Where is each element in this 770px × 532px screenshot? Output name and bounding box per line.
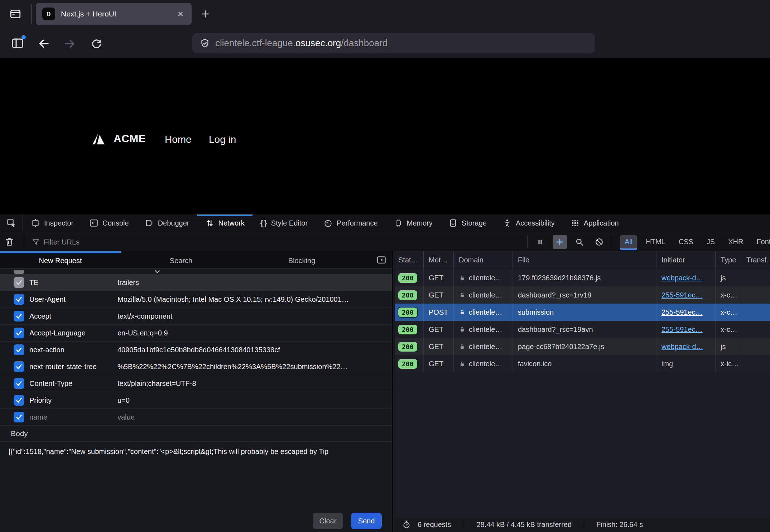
column-method[interactable]: Met… (424, 251, 454, 269)
header-checkbox[interactable] (14, 277, 24, 288)
status-badge: 200 (398, 325, 417, 334)
new-request-icon[interactable] (553, 235, 567, 249)
domain-cell: clientele… (454, 269, 513, 286)
collapse-panel-icon[interactable] (376, 255, 387, 265)
devtools-tab-storage[interactable]: Storage (441, 214, 495, 232)
nav-link-home[interactable]: Home (165, 134, 192, 145)
firefox-view-icon[interactable] (8, 6, 23, 21)
devtools-tab-accessibility[interactable]: Accessibility (495, 214, 563, 232)
header-name: Priority (29, 396, 117, 405)
send-button[interactable]: Send (351, 513, 382, 529)
request-body-input[interactable]: [{"id":1518,"name":"New submission","con… (9, 448, 388, 456)
devtools-toolbar: Inspector Console Debugger Network { }St… (0, 214, 770, 232)
back-button[interactable] (37, 37, 50, 50)
devtools-tab-memory[interactable]: Memory (386, 214, 441, 232)
header-row[interactable]: next-action 40905da1bf9c1e50b8bdb8d04664… (0, 342, 392, 358)
console-icon (89, 218, 98, 228)
initiator-link[interactable]: webpack-d… (661, 274, 703, 282)
initiator-link[interactable]: 255-591ec… (661, 308, 703, 316)
header-row[interactable]: Accept text/x-component (0, 308, 392, 325)
initiator-link[interactable]: 255-591ec… (661, 291, 703, 299)
type-filter-all[interactable]: All (620, 235, 637, 248)
type-filter-xhr[interactable]: XHR (724, 235, 747, 248)
panel-tab-new-request[interactable]: New Request (0, 251, 121, 268)
tab-close-icon[interactable] (176, 9, 185, 19)
header-row[interactable]: Accept-Language en-US,en;q=0.9 (0, 325, 392, 342)
file-cell: dashboard?_rsc=1rv18 (513, 286, 656, 304)
initiator-link[interactable]: webpack-d… (661, 343, 703, 351)
type-filter-js[interactable]: JS (702, 235, 719, 248)
header-checkbox[interactable] (14, 395, 24, 406)
column-transferred[interactable]: Transf… (741, 251, 770, 269)
type-filter-html[interactable]: HTML (641, 235, 669, 248)
lock-icon (459, 326, 466, 333)
column-initiator[interactable]: Initiator (656, 251, 716, 269)
header-checkbox[interactable] (14, 361, 24, 372)
devtools-tab-console[interactable]: Console (81, 214, 136, 232)
header-checkbox[interactable] (14, 328, 24, 338)
network-request-row[interactable]: 200 GET clientele… 179.f023639d21b98376.… (395, 269, 770, 286)
site-brand[interactable]: ACME (91, 131, 146, 146)
block-requests-icon[interactable] (592, 235, 606, 249)
shield-icon[interactable] (199, 38, 210, 49)
devtools-tab-application[interactable]: Application (563, 214, 627, 232)
filter-urls-input[interactable] (44, 236, 194, 248)
network-request-row[interactable]: 200 GET clientele… favicon.ico img x-ic… (395, 355, 770, 372)
devtools-tab-inspector[interactable]: Inspector (23, 214, 81, 232)
clear-button[interactable]: Clear (313, 513, 343, 529)
search-requests-icon[interactable] (572, 235, 587, 249)
url-bar[interactable]: clientele.ctf-league.osusec.org/dashboar… (192, 33, 595, 53)
network-request-row[interactable]: 200 GET clientele… page-cc687bf240122a7e… (395, 338, 770, 355)
initiator-cell: img (661, 360, 673, 368)
header-row[interactable]: next-router-state-tree %5B%22%22%2C%7B%2… (0, 358, 392, 375)
new-tab-button[interactable] (200, 9, 211, 19)
initiator-link[interactable]: 255-591ec… (661, 325, 703, 334)
column-file[interactable]: File (513, 251, 656, 269)
browser-tab[interactable]: Next.js + HeroUI (36, 3, 192, 25)
column-status[interactable]: Stat… (395, 251, 424, 269)
header-checkbox[interactable] (14, 294, 24, 305)
url-text: clientele.ctf-league.osusec.org/dashboar… (215, 38, 388, 49)
browser-nav-toolbar: clientele.ctf-league.osusec.org/dashboar… (0, 28, 770, 58)
header-name-placeholder[interactable]: name (29, 413, 117, 421)
type-filter-fonts[interactable]: Fonts (752, 235, 770, 248)
forward-button[interactable] (63, 37, 76, 50)
header-name: TE (29, 279, 117, 287)
nav-link-login[interactable]: Log in (209, 134, 236, 145)
header-value: Mozilla/5.0 (Macintosh; Intel Mac OS X 1… (117, 295, 392, 304)
column-domain[interactable]: Domain (454, 251, 513, 269)
devtools-tab-style-editor[interactable]: { }Style Editor (252, 214, 316, 232)
pick-element-button[interactable] (0, 214, 23, 232)
devtools-tab-network[interactable]: Network (197, 214, 252, 232)
header-checkbox[interactable] (14, 378, 24, 389)
domain-cell: clientele… (454, 338, 513, 355)
clear-requests-icon[interactable] (4, 237, 14, 247)
header-checkbox[interactable] (14, 311, 24, 321)
method-cell: GET (424, 286, 454, 304)
header-row[interactable]: Content-Type text/plain;charset=UTF-8 (0, 375, 392, 392)
network-request-row[interactable]: 200 GET clientele… dashboard?_rsc=1rv18 … (395, 286, 770, 304)
network-table-header: Stat… Met… Domain File Initiator Type Tr… (395, 251, 770, 269)
panel-tab-search[interactable]: Search (121, 251, 241, 268)
pause-traffic-icon[interactable] (533, 235, 547, 249)
header-row[interactable]: User-Agent Mozilla/5.0 (Macintosh; Intel… (0, 291, 392, 308)
type-filter-css[interactable]: CSS (674, 235, 698, 248)
header-checkbox[interactable] (14, 412, 24, 422)
reload-button[interactable] (90, 38, 102, 50)
header-value-placeholder[interactable]: value (117, 413, 392, 421)
header-row-placeholder[interactable]: name value (0, 409, 392, 426)
header-row[interactable]: Priority u=0 (0, 392, 392, 409)
partial-checkbox (14, 270, 24, 274)
request-headers-list: TE trailers User-Agent Mozilla/5.0 (Maci… (0, 274, 392, 426)
header-checkbox[interactable] (14, 344, 24, 355)
devtools-tab-performance[interactable]: Performance (316, 214, 386, 232)
network-request-row[interactable]: 200 GET clientele… dashboard?_rsc=19avn … (395, 321, 770, 338)
file-cell: page-cc687bf240122a7e.js (513, 338, 656, 355)
sidebar-toggle-icon[interactable] (11, 37, 24, 50)
header-row[interactable]: TE trailers (0, 274, 392, 291)
column-type[interactable]: Type (716, 251, 741, 269)
panel-tab-blocking[interactable]: Blocking (241, 251, 362, 268)
network-request-row-selected[interactable]: 200 POST clientele… submission 255-591ec… (395, 304, 770, 321)
devtools-tab-debugger[interactable]: Debugger (137, 214, 197, 232)
transferred-cell (741, 321, 770, 338)
